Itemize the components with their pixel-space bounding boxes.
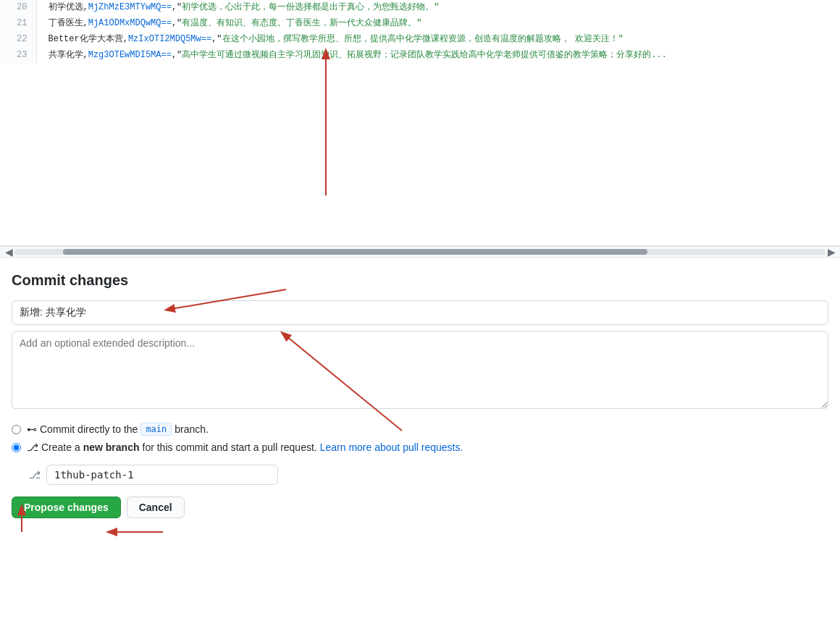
radio-direct-label[interactable]: ⊷ Commit directly to the main branch. bbox=[27, 423, 209, 436]
code-line: Better化学大本营,MzIxOTI2MDQ5Mw==,"在这个小园地，撰写教… bbox=[36, 32, 840, 48]
branch-name-input[interactable] bbox=[46, 465, 278, 485]
cancel-button[interactable]: Cancel bbox=[127, 497, 185, 518]
radio-option-direct: ⊷ Commit directly to the main branch. bbox=[12, 423, 828, 436]
code-editor: 20初学优选,MjZhMzE3MTYwMQ==,"初学优选，心出于此，每一份选择… bbox=[0, 0, 840, 246]
code-line: 丁香医生,MjA1ODMxMDQwMQ==,"有温度、有知识、有态度。丁香医生，… bbox=[36, 16, 840, 32]
radio-direct-post-text: branch. bbox=[175, 423, 209, 435]
commit-icon: ⊷ bbox=[27, 423, 37, 435]
commit-section: Commit changes ⊷ Commit directly to the … bbox=[0, 258, 840, 533]
commit-title: Commit changes bbox=[12, 272, 828, 289]
line-number: 22 bbox=[0, 32, 36, 48]
radio-options: ⊷ Commit directly to the main branch. ⎇ … bbox=[12, 423, 828, 453]
radio-pr-label[interactable]: ⎇ Create a new branch for this commit an… bbox=[27, 442, 463, 453]
line-number: 20 bbox=[0, 0, 36, 16]
horizontal-scrollbar[interactable]: ◀ ▶ bbox=[0, 246, 840, 258]
table-row: 20初学优选,MjZhMzE3MTYwMQ==,"初学优选，心出于此，每一份选择… bbox=[0, 0, 840, 16]
main-branch-badge: main bbox=[140, 423, 172, 436]
line-number: 21 bbox=[0, 16, 36, 32]
scroll-right-arrow[interactable]: ▶ bbox=[826, 246, 837, 258]
code-table: 20初学优选,MjZhMzE3MTYwMQ==,"初学优选，心出于此，每一份选择… bbox=[0, 0, 840, 64]
radio-direct-commit[interactable] bbox=[12, 425, 21, 434]
branch-name-icon: ⎇ bbox=[29, 469, 41, 481]
scrollbar-track[interactable] bbox=[14, 249, 826, 255]
commit-message-input[interactable] bbox=[12, 300, 828, 325]
learn-more-link[interactable]: Learn more about pull requests. bbox=[320, 442, 463, 453]
pr-icon: ⎇ bbox=[27, 442, 38, 453]
table-row: 23共享化学,Mzg3OTEwMDI5MA==,"高中学生可通过微视频自主学习巩… bbox=[0, 48, 840, 64]
radio-option-pr: ⎇ Create a new branch for this commit an… bbox=[12, 442, 828, 453]
table-row: 21丁香医生,MjA1ODMxMDQwMQ==,"有温度、有知识、有态度。丁香医… bbox=[0, 16, 840, 32]
new-branch-bold: new branch bbox=[83, 442, 140, 453]
propose-changes-button[interactable]: Propose changes bbox=[12, 497, 121, 518]
code-line: 初学优选,MjZhMzE3MTYwMQ==,"初学优选，心出于此，每一份选择都是… bbox=[36, 0, 840, 16]
radio-pr-pre-text: Create a bbox=[41, 442, 80, 453]
radio-pr-mid-text: for this commit and start a pull request… bbox=[143, 442, 317, 453]
table-row: 22Better化学大本营,MzIxOTI2MDQ5Mw==,"在这个小园地，撰… bbox=[0, 32, 840, 48]
button-row: Propose changes Cancel bbox=[12, 497, 828, 518]
commit-description-textarea[interactable] bbox=[12, 331, 828, 409]
radio-pr-commit[interactable] bbox=[12, 443, 21, 452]
line-number: 23 bbox=[0, 48, 36, 64]
branch-input-row: ⎇ bbox=[29, 465, 828, 485]
scroll-left-arrow[interactable]: ◀ bbox=[3, 246, 14, 258]
radio-direct-pre-text: Commit directly to the bbox=[40, 423, 138, 435]
main-container: 20初学优选,MjZhMzE3MTYwMQ==,"初学优选，心出于此，每一份选择… bbox=[0, 0, 840, 621]
scrollbar-thumb[interactable] bbox=[63, 249, 647, 255]
code-line: 共享化学,Mzg3OTEwMDI5MA==,"高中学生可通过微视频自主学习巩固知… bbox=[36, 48, 840, 64]
